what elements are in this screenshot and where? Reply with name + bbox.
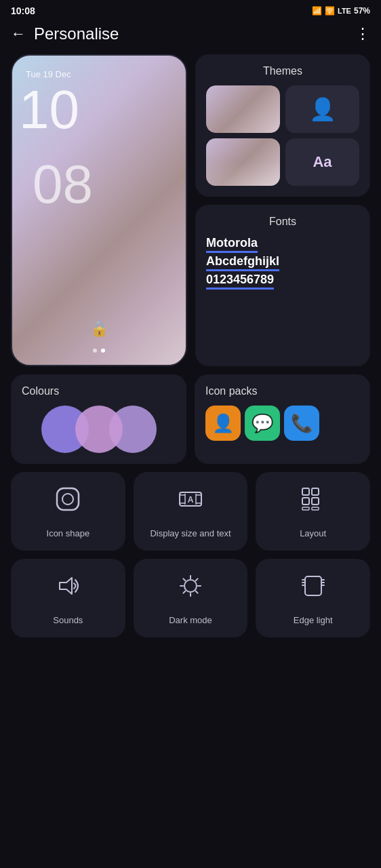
status-time: 10:08 [11,5,35,16]
theme-overlay [206,162,280,186]
messages-icon: 💬 [252,413,273,434]
display-size-label: Display size and text [150,528,230,540]
svg-text:A: A [188,495,194,505]
icon-shape-icon [54,486,81,519]
dark-mode-label: Dark mode [169,615,212,627]
top-section: Tue 19 Dec 10 08 🔒 Themes 👤 [11,54,370,366]
back-button[interactable]: ← [11,25,26,43]
colours-card[interactable]: Colours [11,374,186,464]
display-size-card[interactable]: A Display size and text [134,472,248,551]
phone-minute: 08 [33,157,93,212]
phone-date: Tue 19 Dec [26,69,71,79]
svg-rect-0 [57,488,79,510]
main-content: Tue 19 Dec 10 08 🔒 Themes 👤 [0,54,381,656]
signal-icon: 📶 [312,6,322,16]
icon-pack-contacts: 👤 [205,406,241,441]
svg-rect-26 [305,576,321,595]
svg-rect-11 [312,488,319,495]
lte-icon: LTE [338,7,351,15]
more-button[interactable]: ⋮ [355,25,370,43]
icon-shape-card[interactable]: Icon shape [11,472,125,551]
phone-dots [93,349,105,353]
sounds-label: Sounds [53,615,83,627]
icon-packs-title: Icon packs [205,385,359,397]
layout-svg [300,486,327,513]
status-bar: 10:08 📶 🛜 LTE 57% [0,0,381,19]
font-preview: Motorola Abcdefghijkl 0123456789 [206,236,359,290]
top-bar: ← Personalise ⋮ [0,19,381,54]
grid-section-2: Sounds Dark mode [11,559,370,637]
edge-light-card[interactable]: Edge light [256,559,370,637]
colour-circle-2 [75,406,123,453]
themes-title: Themes [206,65,359,77]
display-size-icon: A [177,486,204,519]
dark-mode-icon [177,572,204,606]
contacts-icon: 👤 [212,413,234,434]
sounds-icon [54,572,81,606]
theme-preview-2[interactable] [206,138,280,186]
wifi-icon: 🛜 [325,6,335,16]
display-size-svg: A [177,486,204,513]
svg-point-1 [62,494,73,505]
edge-light-svg [300,572,327,599]
font-line-2: Abcdefghijkl [206,254,359,271]
battery-icon: 57% [354,6,370,16]
svg-line-25 [183,591,185,593]
svg-marker-16 [60,578,72,594]
svg-line-24 [196,578,198,580]
phone-icon: 📞 [291,413,313,434]
svg-rect-15 [312,507,319,510]
theme-wallpaper-preview [206,85,280,133]
fonts-card[interactable]: Fonts Motorola Abcdefghijkl 0123456789 [195,205,370,366]
grid-section-1: Icon shape A Display size and text [11,472,370,551]
layout-label: Layout [300,528,326,540]
svg-rect-14 [302,507,309,510]
icon-pack-phone: 📞 [284,406,319,441]
dot-1 [93,349,97,353]
dark-mode-card[interactable]: Dark mode [134,559,248,637]
status-icons: 📶 🛜 LTE 57% [312,6,370,16]
sounds-card[interactable]: Sounds [11,559,125,637]
font-line-3: 0123456789 [206,273,359,290]
person-icon: 👤 [309,96,336,122]
theme-contact-icon[interactable]: 👤 [285,85,359,133]
svg-line-23 [196,591,198,593]
svg-rect-13 [312,498,319,505]
colours-circles [22,406,176,453]
themes-card[interactable]: Themes 👤 Aa [195,54,370,197]
edge-light-icon [300,572,327,606]
icon-shape-label: Icon shape [47,528,90,540]
svg-rect-10 [302,488,309,495]
edge-light-label: Edge light [294,615,333,627]
colours-title: Colours [22,385,176,397]
dot-2 [101,349,105,353]
layout-card[interactable]: Layout [256,472,370,551]
phone-hour: 10 [19,83,79,137]
svg-rect-12 [302,498,309,505]
icon-packs-card[interactable]: Icon packs 👤 💬 📞 [195,374,370,464]
phone-lock-icon: 🔒 [90,320,108,338]
svg-point-17 [184,580,197,592]
icon-pack-messages: 💬 [245,406,280,441]
icon-shape-svg [54,486,81,513]
layout-icon [300,486,327,519]
aa-icon: Aa [313,153,332,171]
font-line-1: Motorola [206,236,359,253]
themes-grid: 👤 Aa [206,85,359,186]
theme-wallpaper-item[interactable] [206,85,280,133]
right-column: Themes 👤 Aa [195,54,370,366]
dark-mode-svg [177,572,204,599]
icon-pack-row: 👤 💬 📞 [205,406,359,441]
phone-preview: Tue 19 Dec 10 08 🔒 [11,54,187,366]
svg-line-22 [183,578,185,580]
page-title: Personalise [34,24,119,43]
sounds-svg [54,572,81,599]
fonts-title: Fonts [206,216,359,228]
theme-font-icon[interactable]: Aa [285,138,359,186]
mid-section: Colours Icon packs 👤 💬 📞 [11,374,370,464]
